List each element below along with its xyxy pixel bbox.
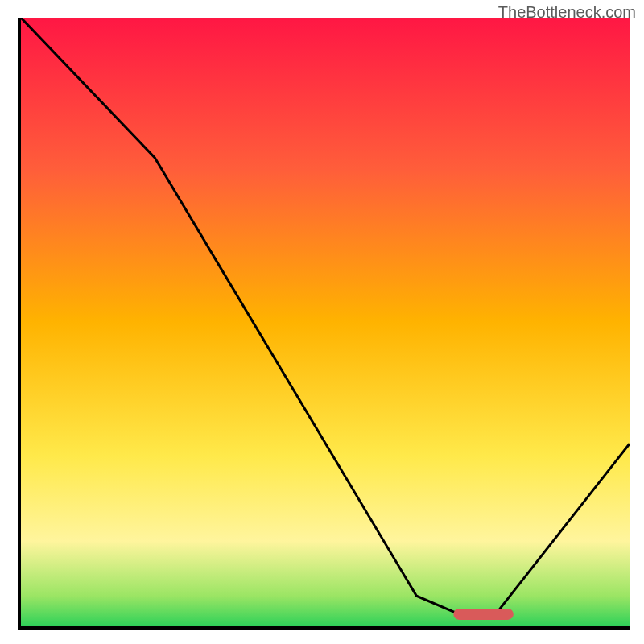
bottleneck-curve: [21, 18, 630, 614]
chart-svg: [21, 18, 630, 626]
watermark-text: TheBottleneck.com: [498, 3, 636, 22]
chart-plot-area: [18, 18, 630, 630]
